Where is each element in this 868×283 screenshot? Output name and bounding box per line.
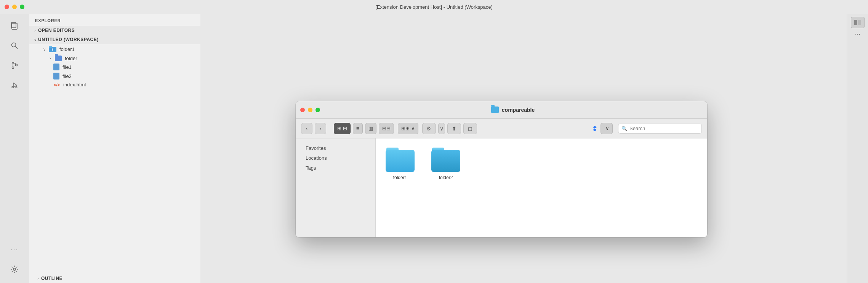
file2-label: file2: [62, 73, 72, 79]
outline-label: OUTLINE: [41, 276, 62, 281]
finder-content: folder1 folder2: [376, 138, 707, 237]
finder-settings-arrow[interactable]: ∨: [438, 123, 445, 134]
finder-gallery-view-button[interactable]: ⊟⊟: [379, 123, 394, 134]
finder-list-view-button[interactable]: ≡: [353, 123, 363, 134]
finder-back-button[interactable]: ‹: [301, 123, 312, 134]
finder-folder2-item[interactable]: folder2: [431, 148, 461, 180]
column-view-icon: ▥: [368, 126, 373, 131]
svg-point-2: [12, 43, 16, 47]
finder-column-view-button[interactable]: ▥: [365, 123, 376, 134]
maximize-button[interactable]: [20, 5, 24, 9]
open-editors-section[interactable]: › OPEN EDITORS: [29, 26, 200, 35]
finder-title: compareable: [502, 107, 535, 113]
finder-search-input[interactable]: [629, 126, 698, 131]
folder-item[interactable]: › folder: [29, 54, 200, 62]
file2-icon: [53, 73, 59, 79]
search-activity-icon[interactable]: [5, 37, 24, 55]
open-editors-label: OPEN EDITORS: [38, 28, 75, 33]
folder1-body: [386, 150, 415, 172]
main-layout: ··· EXPLORER › OPEN EDITORS ∨ UNTITLED (…: [0, 14, 868, 283]
finder-maximize-button[interactable]: [315, 108, 320, 112]
finder-window: compareable ‹ › ⊞ ⊞ ≡ ▥: [296, 101, 707, 237]
outline-arrow: ›: [35, 275, 41, 281]
more-activity-icon[interactable]: ···: [5, 240, 24, 259]
workspace-section[interactable]: ∨ UNTITLED (WORKSPACE): [29, 35, 200, 44]
settings-icon[interactable]: [5, 260, 24, 278]
gallery-view-icon: ⊟⊟: [382, 126, 391, 131]
finder-close-button[interactable]: [300, 108, 305, 112]
svg-rect-11: [49, 46, 52, 48]
finder-folder2-icon: [431, 148, 460, 172]
finder-group-button[interactable]: ⊞⊞ ∨: [398, 123, 418, 134]
close-button[interactable]: [5, 5, 9, 9]
folder1-item[interactable]: ∨ f folder1: [29, 44, 200, 54]
more-label: ···: [854, 31, 860, 38]
minimize-button[interactable]: [12, 5, 17, 9]
finder-icon-view-button[interactable]: ⊞ ⊞: [334, 123, 351, 134]
file1-label: file1: [62, 64, 72, 70]
group-icon: ⊞⊞: [401, 126, 410, 131]
folder-label: folder: [65, 56, 77, 61]
locations-label: Locations: [306, 155, 327, 161]
more-options-button[interactable]: ···: [852, 30, 863, 39]
folder1-label: folder1: [59, 46, 75, 52]
finder-folder1-icon: [386, 148, 415, 172]
favorites-label: Favorites: [306, 145, 326, 151]
finder-forward-button[interactable]: ›: [315, 123, 326, 134]
svg-point-8: [16, 86, 17, 88]
explorer-header: EXPLORER: [29, 14, 200, 26]
outline-section[interactable]: › OUTLINE: [29, 274, 200, 283]
index-html-label: index.html: [63, 82, 86, 87]
title-bar: [Extension Development Host] - Untitled …: [0, 0, 868, 14]
window-title: [Extension Development Host] - Untitled …: [375, 4, 493, 10]
svg-point-7: [12, 86, 13, 88]
sidebar: EXPLORER › OPEN EDITORS ∨ UNTITLED (WORK…: [29, 14, 200, 283]
finder-folder1-item[interactable]: folder1: [385, 148, 415, 180]
finder-folder1-label: folder1: [393, 175, 407, 180]
editor-area: compareable ‹ › ⊞ ⊞ ≡ ▥: [200, 14, 847, 283]
source-control-icon[interactable]: [5, 56, 24, 75]
layout-icon: [854, 20, 861, 25]
files-icon[interactable]: [5, 17, 24, 35]
file1-icon: [53, 64, 59, 70]
finder-minimize-button[interactable]: [308, 108, 312, 112]
activity-bar: ···: [0, 14, 29, 283]
group-chevron: ∨: [411, 126, 415, 131]
finder-sidebar-favorites[interactable]: Favorites: [298, 143, 373, 153]
finder-titlebar: compareable: [296, 101, 707, 119]
finder-settings-button[interactable]: ⚙: [422, 123, 436, 134]
finder-title-area: compareable: [323, 107, 703, 113]
finder-toolbar: ‹ › ⊞ ⊞ ≡ ▥ ⊟⊟ ⊞⊞ ∨: [296, 119, 707, 138]
list-view-icon: ≡: [356, 126, 359, 131]
finder-dropbox-button[interactable]: ∨: [601, 123, 613, 134]
folder-icon: [55, 56, 62, 61]
right-panel-layout-button[interactable]: [851, 17, 865, 28]
finder-search-container: 🔍: [618, 124, 702, 134]
workspace-label: UNTITLED (WORKSPACE): [38, 37, 99, 42]
finder-sidebar-locations[interactable]: Locations: [298, 153, 373, 163]
finder-sidebar-tags[interactable]: Tags: [298, 163, 373, 173]
folder-arrow: ›: [47, 55, 53, 61]
tags-label: Tags: [306, 165, 316, 171]
file2-item[interactable]: file2: [29, 72, 200, 81]
svg-line-3: [16, 47, 18, 49]
finder-folder2-label: folder2: [439, 175, 453, 180]
folder1-special-icon: f: [49, 45, 56, 53]
icon-view-icon: ⊞: [337, 126, 341, 131]
svg-rect-15: [858, 20, 861, 25]
folder2-body: [431, 150, 460, 172]
window-controls: [5, 5, 24, 9]
finder-sidebar: Favorites Locations Tags: [296, 138, 376, 237]
file1-item[interactable]: file1: [29, 62, 200, 72]
run-debug-icon[interactable]: [5, 76, 24, 94]
open-editors-arrow: ›: [32, 27, 38, 33]
svg-rect-0: [12, 23, 17, 29]
dropbox-chevron: ∨: [605, 126, 609, 131]
svg-point-9: [13, 268, 16, 270]
svg-rect-14: [854, 20, 857, 25]
html-icon: </>: [53, 83, 60, 87]
index-html-item[interactable]: </> index.html: [29, 81, 200, 89]
finder-tag-button[interactable]: ◻: [463, 123, 477, 134]
finder-share-button[interactable]: ⬆: [447, 123, 461, 134]
finder-body: Favorites Locations Tags: [296, 138, 707, 237]
